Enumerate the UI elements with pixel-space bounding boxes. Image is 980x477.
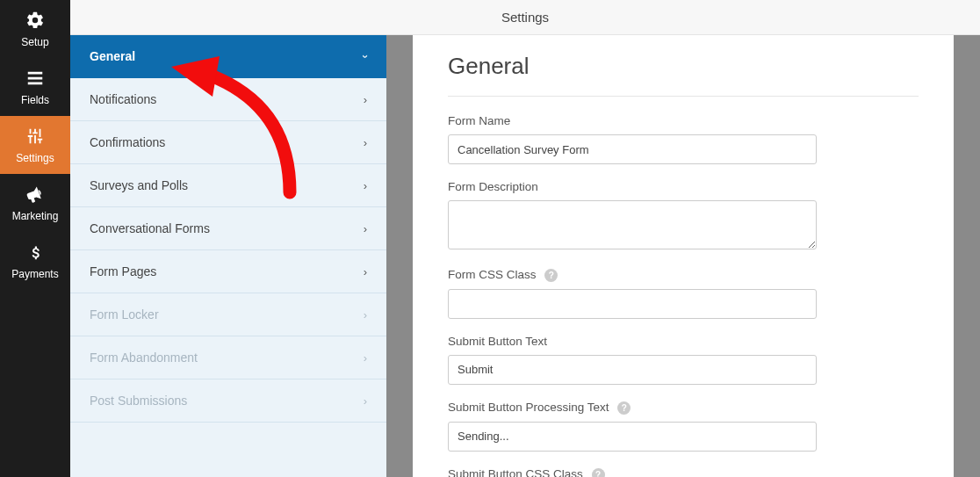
chevron-right-icon: › — [364, 394, 367, 408]
submenu-item-form-pages[interactable]: Form Pages › — [70, 250, 386, 293]
nav-label-payments: Payments — [11, 268, 58, 280]
nav-item-marketing[interactable]: Marketing — [0, 174, 70, 232]
nav-item-setup[interactable]: Setup — [0, 0, 70, 58]
sliders-icon — [25, 126, 45, 148]
submenu-label: Form Locker — [90, 307, 159, 322]
label-submit-processing: Submit Button Processing Text ? — [448, 401, 919, 415]
nav-item-payments[interactable]: Payments — [0, 232, 70, 290]
input-submit-text[interactable] — [448, 355, 817, 385]
bullhorn-icon — [25, 184, 45, 206]
settings-panel: General Form Name Form Description Form … — [413, 35, 954, 477]
label-form-css: Form CSS Class ? — [448, 268, 919, 282]
submenu-item-conversational[interactable]: Conversational Forms › — [70, 207, 386, 250]
submenu-item-post-submissions[interactable]: Post Submissions › — [70, 379, 386, 423]
nav-label-setup: Setup — [21, 36, 48, 48]
submenu-label: Conversational Forms — [90, 221, 210, 235]
submenu-item-confirmations[interactable]: Confirmations › — [70, 121, 386, 164]
field-form-css: Form CSS Class ? — [448, 268, 919, 319]
submenu-item-notifications[interactable]: Notifications › — [70, 78, 386, 121]
submenu-item-form-abandonment[interactable]: Form Abandonment › — [70, 336, 386, 379]
submenu-label: Notifications — [90, 92, 156, 106]
panel-heading: General — [448, 44, 919, 97]
help-icon[interactable]: ? — [617, 401, 631, 415]
nav-label-marketing: Marketing — [12, 210, 59, 222]
field-form-name: Form Name — [448, 114, 919, 164]
chevron-right-icon: › — [364, 93, 367, 106]
chevron-right-icon: › — [364, 308, 367, 322]
field-submit-text: Submit Button Text — [448, 335, 919, 385]
chevron-right-icon: › — [364, 136, 367, 149]
gear-icon — [25, 11, 45, 33]
page-header: Settings — [70, 0, 980, 35]
chevron-down-icon: › — [358, 54, 371, 58]
submenu-label: General — [90, 49, 135, 63]
help-icon[interactable]: ? — [544, 269, 558, 282]
input-form-css[interactable] — [448, 289, 817, 319]
chevron-right-icon: › — [364, 265, 367, 278]
submenu-label: Post Submissions — [90, 394, 187, 408]
chevron-right-icon: › — [364, 179, 367, 192]
input-submit-processing[interactable] — [448, 422, 817, 452]
field-submit-processing: Submit Button Processing Text ? — [448, 401, 919, 452]
label-submit-text: Submit Button Text — [448, 335, 919, 348]
dollar-icon — [25, 242, 45, 264]
submenu-label: Confirmations — [90, 135, 165, 149]
submenu-label: Surveys and Polls — [90, 178, 188, 192]
chevron-right-icon: › — [364, 222, 367, 235]
nav-label-fields: Fields — [21, 94, 49, 106]
field-form-description: Form Description — [448, 180, 919, 252]
submenu-item-form-locker[interactable]: Form Locker › — [70, 293, 386, 336]
chevron-right-icon: › — [364, 351, 367, 365]
label-form-name: Form Name — [448, 114, 919, 127]
list-icon — [25, 69, 45, 90]
page-title: Settings — [501, 10, 549, 25]
submenu-label: Form Pages — [90, 264, 156, 278]
nav-rail: Setup Fields Settings Marketing Payments — [0, 0, 70, 477]
nav-label-settings: Settings — [16, 152, 54, 164]
nav-item-fields[interactable]: Fields — [0, 58, 70, 116]
help-icon[interactable]: ? — [592, 468, 605, 477]
input-form-description[interactable] — [448, 200, 817, 249]
submenu-label: Form Abandonment — [90, 351, 198, 365]
submenu-item-general[interactable]: General › — [70, 35, 386, 78]
settings-submenu: General › Notifications › Confirmations … — [70, 35, 386, 477]
label-form-description: Form Description — [448, 180, 919, 193]
submenu-item-surveys[interactable]: Surveys and Polls › — [70, 164, 386, 207]
input-form-name[interactable] — [448, 134, 817, 164]
field-submit-css: Submit Button CSS Class ? — [448, 467, 919, 477]
nav-item-settings[interactable]: Settings — [0, 116, 70, 174]
label-submit-css: Submit Button CSS Class ? — [448, 467, 919, 477]
